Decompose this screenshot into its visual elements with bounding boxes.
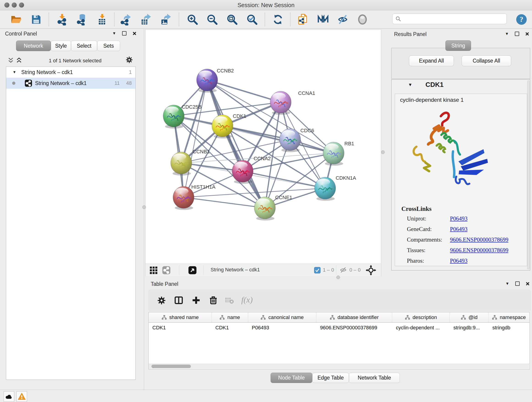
- selected-checkbox-icon[interactable]: [314, 267, 321, 274]
- cell-shared-name[interactable]: CDK1: [149, 323, 212, 333]
- network-node-CCNB2[interactable]: [196, 69, 218, 93]
- share-network-icon[interactable]: [162, 266, 171, 274]
- left-splitter-handle[interactable]: [142, 205, 146, 209]
- column-header-canonical-name[interactable]: canonical name: [248, 313, 317, 322]
- crosslink-genecard-link[interactable]: P06493: [450, 226, 467, 232]
- crosslink-pharos-link[interactable]: P06493: [450, 258, 467, 264]
- column-header-database-identifier[interactable]: database identifier: [317, 313, 392, 322]
- panel-close-icon[interactable]: [525, 32, 529, 36]
- cell-description[interactable]: cyclin-dependent ...: [392, 323, 450, 333]
- panel-close-icon[interactable]: [133, 32, 137, 36]
- save-session-button[interactable]: [30, 13, 43, 26]
- import-network-file-button[interactable]: [56, 13, 69, 26]
- network-node-CCNA1[interactable]: [270, 91, 291, 115]
- copy-network-button[interactable]: [297, 13, 310, 26]
- cloud-button[interactable]: [4, 391, 14, 402]
- tree-expand-caret-icon[interactable]: ▼: [13, 70, 16, 74]
- column-header-shared-name[interactable]: shared name: [149, 313, 212, 322]
- tab-select[interactable]: Select: [71, 41, 97, 51]
- hide-selected-button[interactable]: [336, 13, 349, 26]
- network-canvas[interactable]: CCNB2CCNA1CDC25BCDK1CDC6RB1CCNB1CCNA2CDK…: [145, 29, 381, 276]
- tab-network[interactable]: Network: [16, 41, 51, 51]
- panel-float-icon[interactable]: [515, 32, 519, 36]
- scrollbar-thumb[interactable]: [152, 365, 191, 368]
- panel-float-icon[interactable]: [122, 31, 127, 36]
- cell-database-identifier[interactable]: 9606.ENSP00000378699: [317, 323, 392, 333]
- tab-network-table[interactable]: Network Table: [349, 373, 400, 383]
- grid-view-icon[interactable]: [149, 266, 158, 274]
- refresh-layout-button[interactable]: [272, 13, 284, 26]
- import-table-button[interactable]: [95, 13, 108, 26]
- column-header-namespace[interactable]: namespace: [489, 313, 529, 322]
- panel-divider[interactable]: [144, 28, 144, 390]
- network-node-CDC25B[interactable]: [163, 105, 184, 128]
- zoom-in-button[interactable]: [186, 13, 199, 26]
- gene-section-caret-icon[interactable]: ▼: [408, 82, 412, 87]
- network-node-CDK1[interactable]: [212, 115, 233, 138]
- import-network-database-button[interactable]: [75, 13, 88, 26]
- birdseye-view-icon[interactable]: [188, 266, 197, 274]
- search-input[interactable]: [401, 16, 500, 22]
- zoom-selected-button[interactable]: [246, 13, 259, 26]
- table-gear-icon[interactable]: [157, 296, 166, 305]
- collapse-all-icon[interactable]: [8, 57, 14, 63]
- network-edge[interactable]: [184, 197, 265, 208]
- column-header-description[interactable]: description: [392, 313, 450, 322]
- network-edge[interactable]: [207, 80, 281, 102]
- column-header-name[interactable]: name: [212, 313, 248, 322]
- trash-icon[interactable]: [209, 295, 218, 305]
- export-image-button[interactable]: [159, 13, 172, 26]
- network-edge[interactable]: [207, 80, 265, 208]
- zoom-out-button[interactable]: [206, 13, 219, 26]
- collapse-all-button[interactable]: Collapse All: [462, 56, 511, 66]
- tab-node-table[interactable]: Node Table: [271, 373, 312, 383]
- hidden-eye-icon[interactable]: [339, 267, 347, 273]
- columns-icon[interactable]: [174, 296, 183, 305]
- table-row[interactable]: CDK1 CDK1 P06493 9606.ENSP00000378699 cy…: [149, 323, 530, 333]
- crosslink-compartments-link[interactable]: 9606.ENSP00000378699: [450, 236, 508, 243]
- network-node-HIST1H1A[interactable]: [173, 186, 194, 210]
- tab-style[interactable]: Style: [51, 41, 71, 51]
- tab-sets[interactable]: Sets: [97, 41, 120, 51]
- results-scrollbar[interactable]: [527, 80, 530, 269]
- network-node-RB1[interactable]: [323, 142, 344, 166]
- first-neighbors-button[interactable]: [317, 13, 329, 26]
- move-target-icon[interactable]: [365, 265, 376, 276]
- panel-float-icon[interactable]: [515, 281, 520, 286]
- cell-name[interactable]: CDK1: [212, 323, 248, 333]
- crosslink-tissues-link[interactable]: 9606.ENSP00000378699: [450, 247, 508, 254]
- panel-close-icon[interactable]: [526, 282, 530, 286]
- network-node-CDKN1A[interactable]: [315, 177, 336, 201]
- zoom-fit-button[interactable]: [226, 13, 239, 26]
- tab-edge-table[interactable]: Edge Table: [312, 373, 349, 383]
- right-splitter-handle[interactable]: [381, 150, 385, 154]
- panel-menu-caret-icon[interactable]: ▼: [505, 282, 509, 286]
- cell-canonical-name[interactable]: P06493: [248, 323, 317, 333]
- open-session-button[interactable]: [10, 13, 22, 26]
- expand-all-button[interactable]: Expand All: [409, 56, 454, 66]
- table-horizontal-scrollbar[interactable]: [149, 364, 529, 369]
- panel-menu-caret-icon[interactable]: ▼: [112, 32, 116, 35]
- column-header-id[interactable]: @id: [450, 313, 489, 322]
- export-network-button[interactable]: [119, 13, 132, 26]
- network-node-CDC6[interactable]: [279, 128, 301, 152]
- network-row-selected[interactable]: String Network – cdk1 11 48: [6, 78, 135, 89]
- network-collection-row[interactable]: ▼ String Network – cdk1 1: [6, 67, 135, 78]
- tab-string[interactable]: String: [445, 40, 471, 51]
- help-button[interactable]: ?: [515, 13, 528, 26]
- network-edge[interactable]: [222, 126, 334, 153]
- add-column-icon[interactable]: [192, 296, 201, 305]
- network-node-CCNE1[interactable]: [254, 197, 275, 220]
- network-edge[interactable]: [184, 80, 207, 197]
- panel-menu-caret-icon[interactable]: ▼: [505, 32, 509, 36]
- crosslink-uniprot-link[interactable]: P06493: [450, 216, 467, 222]
- export-table-button[interactable]: [139, 13, 152, 26]
- cell-id[interactable]: stringdb:9...: [450, 323, 489, 333]
- expand-all-icon[interactable]: [16, 57, 22, 63]
- cell-namespace[interactable]: stringdb: [489, 323, 529, 333]
- network-graph[interactable]: CCNB2CCNA1CDC25BCDK1CDC6RB1CCNB1CCNA2CDK…: [146, 30, 381, 264]
- search-field[interactable]: [392, 13, 507, 24]
- warning-button[interactable]: [17, 391, 27, 402]
- gear-icon[interactable]: [126, 56, 133, 63]
- show-all-button[interactable]: [356, 13, 369, 26]
